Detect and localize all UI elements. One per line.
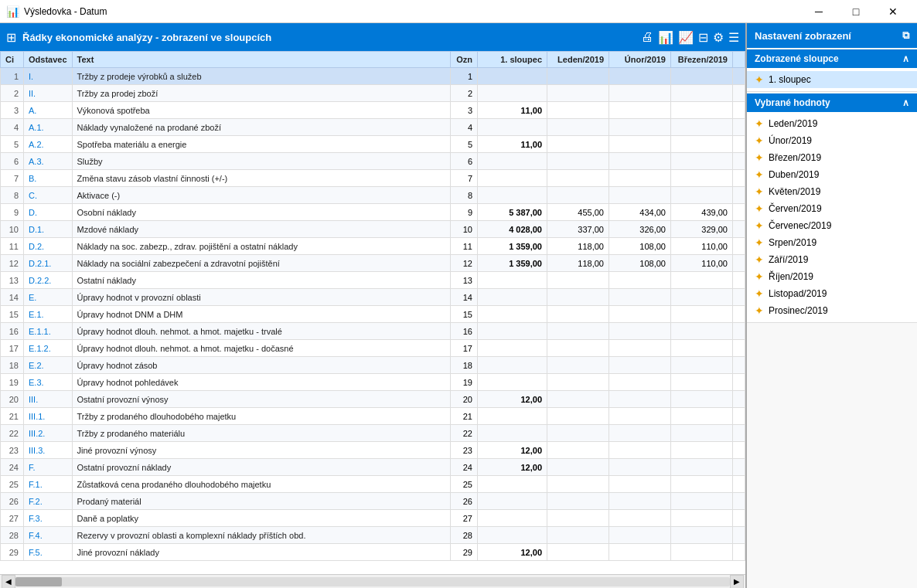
cell-brezen	[671, 442, 733, 459]
cell-odstavec: E.	[24, 289, 73, 306]
scroll-track[interactable]	[15, 577, 730, 586]
cell-odstavec: E.1.2.	[24, 340, 73, 357]
table-row[interactable]: 22III.2.Tržby z prodaného materiálu22	[1, 425, 745, 442]
section-header-vybrane[interactable]: Vybrané hodnoty∧	[747, 93, 917, 112]
section-item-label: Květen/2019	[769, 186, 820, 197]
cell-scroll-spacer	[733, 221, 745, 238]
table-row[interactable]: 8C.Aktivace (-)8	[1, 187, 745, 204]
table-row[interactable]: 17E.1.2.Úpravy hodnot dlouh. nehmot. a h…	[1, 340, 745, 357]
table-row[interactable]: 24F.Ostatní provozní náklady2412,00	[1, 459, 745, 476]
cell-scroll-spacer	[733, 476, 745, 493]
cell-sloupec	[478, 374, 547, 391]
section-item[interactable]: ✦Duben/2019	[747, 166, 917, 183]
section-item[interactable]: ✦Únor/2019	[747, 132, 917, 149]
section-item[interactable]: ✦Září/2019	[747, 251, 917, 268]
section-item[interactable]: ✦Květen/2019	[747, 183, 917, 200]
cell-brezen	[671, 357, 733, 374]
cell-sloupec: 12,00	[478, 442, 547, 459]
table-row[interactable]: 7B.Změna stavu zásob vlastní činnosti (+…	[1, 170, 745, 187]
table-row[interactable]: 1I.Tržby z prodeje výrobků a služeb1	[1, 68, 745, 85]
table-row[interactable]: 23III.3.Jiné provozní výnosy2312,00	[1, 442, 745, 459]
external-link-icon[interactable]: ⧉	[902, 29, 909, 42]
scroll-left-arrow[interactable]: ◀	[2, 575, 15, 589]
stats-icon[interactable]: 📈	[678, 30, 694, 45]
table-row[interactable]: 14E.Úpravy hodnot v provozní oblasti14	[1, 289, 745, 306]
section-item[interactable]: ✦Březen/2019	[747, 149, 917, 166]
table-row[interactable]: 26F.2.Prodaný materiál26	[1, 493, 745, 510]
cell-sloupec	[478, 289, 547, 306]
table-row[interactable]: 27F.3.Daně a poplatky27	[1, 510, 745, 527]
table-row[interactable]: 19E.3.Úpravy hodnot pohledávek19	[1, 374, 745, 391]
section-header-zobrazene[interactable]: Zobrazené sloupce∧	[747, 49, 917, 68]
section-item-label: Říjen/2019	[769, 271, 813, 282]
table-row[interactable]: 20III.Ostatní provozní výnosy2012,00	[1, 391, 745, 408]
table-row[interactable]: 5A.2.Spotřeba materiálu a energie511,00	[1, 136, 745, 153]
table-row[interactable]: 29F.5.Jiné provozní náklady2912,00	[1, 544, 745, 561]
gear-icon[interactable]: ⚙	[713, 30, 724, 45]
section-item-label: Únor/2019	[769, 135, 812, 146]
section-item-label: Listopad/2019	[769, 288, 827, 299]
table-row[interactable]: 21III.1.Tržby z prodaného dlouhodobého m…	[1, 408, 745, 425]
section-item[interactable]: ✦Srpen/2019	[747, 234, 917, 251]
table-row[interactable]: 12D.2.1.Náklady na sociální zabezpečení …	[1, 255, 745, 272]
table-row[interactable]: 11D.2.Náklady na soc. zabezp., zdrav. po…	[1, 238, 745, 255]
close-button[interactable]: ✕	[875, 0, 911, 23]
section-item-label: Srpen/2019	[769, 237, 816, 248]
table-row[interactable]: 25F.1.Zůstatková cena prodaného dlouhodo…	[1, 476, 745, 493]
section-item[interactable]: ✦Červenec/2019	[747, 217, 917, 234]
section-item[interactable]: ✦Prosinec/2019	[747, 302, 917, 319]
star-icon: ✦	[755, 202, 764, 215]
cell-ozn: 24	[451, 459, 478, 476]
table-row[interactable]: 15E.1.Úpravy hodnot DNM a DHM15	[1, 306, 745, 323]
table-row[interactable]: 28F.4.Rezervy v provozní oblasti a kompl…	[1, 527, 745, 544]
cell-brezen	[671, 459, 733, 476]
table-row[interactable]: 18E.2.Úpravy hodnot zásob18	[1, 357, 745, 374]
section-item[interactable]: ✦Listopad/2019	[747, 285, 917, 302]
cell-text: Prodaný materiál	[72, 493, 450, 510]
cell-unor	[609, 391, 671, 408]
cell-brezen	[671, 476, 733, 493]
table-row[interactable]: 10D.1.Mzdové náklady104 028,00337,00326,…	[1, 221, 745, 238]
table-row[interactable]: 4A.1.Náklady vynaložené na prodané zboží…	[1, 119, 745, 136]
data-table: Ci Odstavec Text Ozn 1. sloupec Leden/20…	[0, 51, 745, 561]
cell-unor	[609, 272, 671, 289]
section-item[interactable]: ✦Říjen/2019	[747, 268, 917, 285]
chart-icon[interactable]: 📊	[658, 30, 673, 45]
chevron-up-icon[interactable]: ∧	[902, 97, 909, 108]
section-item[interactable]: ✦Červen/2019	[747, 200, 917, 217]
horizontal-scrollbar[interactable]: ◀ ▶	[0, 574, 745, 588]
cell-brezen	[671, 391, 733, 408]
scroll-col	[733, 52, 745, 68]
table-row[interactable]: 6A.3.Služby6	[1, 153, 745, 170]
table-row[interactable]: 16E.1.1.Úpravy hodnot dlouh. nehmot. a h…	[1, 323, 745, 340]
cell-ozn: 15	[451, 306, 478, 323]
minimize-button[interactable]: ─	[801, 0, 837, 23]
cell-sloupec: 11,00	[478, 102, 547, 119]
cell-odstavec: III.1.	[24, 408, 73, 425]
cell-scroll-spacer	[733, 323, 745, 340]
scroll-right-arrow[interactable]: ▶	[730, 575, 744, 589]
table-row[interactable]: 2II.Tržby za prodej zboží2	[1, 85, 745, 102]
table-container[interactable]: Ci Odstavec Text Ozn 1. sloupec Leden/20…	[0, 51, 745, 574]
cell-scroll-spacer	[733, 493, 745, 510]
table-row[interactable]: 9D.Osobní náklady95 387,00455,00434,0043…	[1, 204, 745, 221]
cell-ci: 7	[1, 170, 24, 187]
maximize-button[interactable]: □	[838, 0, 874, 23]
table-row[interactable]: 13D.2.2.Ostatní náklady13	[1, 272, 745, 289]
cell-odstavec: E.1.	[24, 306, 73, 323]
cell-scroll-spacer	[733, 442, 745, 459]
menu-icon[interactable]: ☰	[728, 30, 739, 45]
section-item[interactable]: ✦1. sloupec	[747, 71, 917, 88]
section-item[interactable]: ✦Leden/2019	[747, 115, 917, 132]
right-sections: Zobrazené sloupce∧✦1. sloupecVybrané hod…	[747, 48, 917, 323]
cell-scroll-spacer	[733, 459, 745, 476]
scroll-thumb[interactable]	[15, 577, 62, 586]
star-icon: ✦	[755, 236, 764, 249]
print-icon[interactable]: 🖨	[641, 30, 653, 44]
table-row[interactable]: 3A.Výkonová spotřeba311,00	[1, 102, 745, 119]
section-item-label: Červenec/2019	[769, 220, 831, 231]
cell-unor	[609, 544, 671, 561]
chevron-up-icon[interactable]: ∧	[902, 53, 909, 64]
columns-icon[interactable]: ⊟	[698, 30, 708, 45]
cell-text: Ostatní provozní náklady	[72, 459, 450, 476]
